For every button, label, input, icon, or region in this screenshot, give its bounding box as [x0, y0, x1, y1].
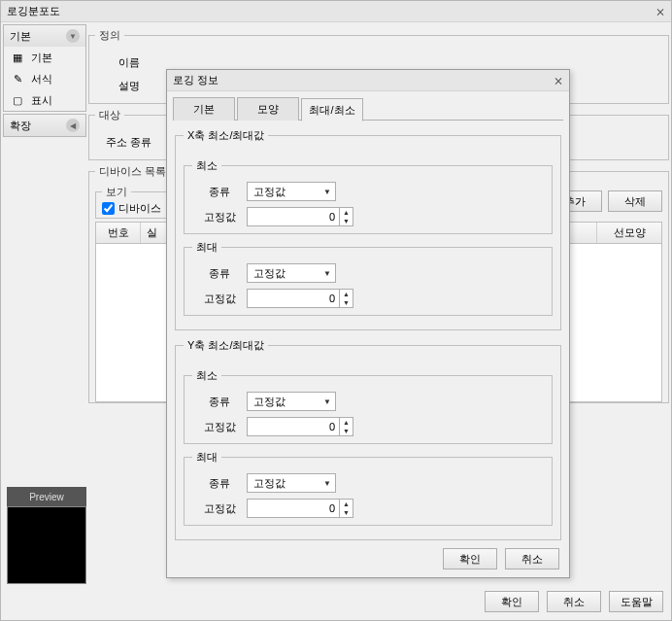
modal-ok-button[interactable]: 확인: [443, 548, 497, 569]
sidebar-header-basic[interactable]: 기본 ▼: [4, 25, 85, 47]
min-legend: 최소: [192, 368, 221, 383]
modal-button-bar: 확인 취소: [443, 548, 559, 569]
tab-minmax[interactable]: 최대/최소: [301, 98, 363, 121]
logging-info-dialog: 로깅 정보 ⨯ 기본 모양 최대/최소 X축 최소/최대값 최소 종류 고정값: [166, 69, 570, 578]
y-min-type-select[interactable]: 고정값 ▼: [247, 392, 336, 411]
sidebar-header-label: 확장: [10, 119, 31, 133]
x-min-group: 최소 종류 고정값 ▼ 고정값 0 ▲▼: [184, 158, 553, 234]
y-max-type-select[interactable]: 고정값 ▼: [247, 473, 336, 493]
sidebar-item-basic[interactable]: ▦ 기본: [4, 47, 85, 68]
x-axis-legend: X축 최소/최대값: [184, 128, 268, 143]
outer-window: 로깅분포도 ⨯ 기본 ▼ ▦ 기본 ✎ 서식: [0, 0, 672, 621]
name-label: 이름: [95, 55, 150, 70]
fixed-label: 고정값: [192, 210, 247, 224]
select-value: 고정값: [253, 266, 286, 281]
sidebar-item-label: 서식: [31, 72, 52, 86]
sidebar-header-label: 기본: [10, 29, 31, 44]
sidebar-item-display[interactable]: ▢ 표시: [4, 89, 85, 111]
col-style: 선모양: [597, 223, 661, 243]
window-title: 로깅분포도: [7, 4, 60, 18]
x-max-group: 최대 종류 고정값 ▼ 고정값 0 ▲▼: [184, 240, 553, 316]
up-arrow-icon[interactable]: ▲: [340, 500, 353, 508]
device-show-legend: 보기: [102, 185, 131, 199]
max-legend: 최대: [192, 450, 221, 465]
down-arrow-icon[interactable]: ▼: [340, 427, 353, 435]
help-button[interactable]: 도움말: [609, 591, 663, 612]
device-show-input[interactable]: [102, 202, 115, 215]
up-arrow-icon[interactable]: ▲: [340, 290, 353, 298]
preview-box: [7, 506, 86, 584]
chevron-down-icon: ▼: [323, 479, 331, 488]
col-no: 번호: [96, 223, 141, 243]
x-max-type-select[interactable]: 고정값 ▼: [247, 263, 336, 283]
device-show-checkbox[interactable]: 디바이스: [102, 201, 176, 216]
chevron-down-icon: ▼: [66, 29, 80, 43]
type-label: 종류: [192, 395, 247, 409]
tab-shape[interactable]: 모양: [237, 97, 299, 121]
modal-title: 로깅 정보: [173, 73, 218, 87]
display-icon: ▢: [10, 92, 25, 108]
preview-label: Preview: [7, 487, 86, 506]
y-min-group: 최소 종류 고정값 ▼ 고정값 0 ▲▼: [184, 368, 553, 444]
desc-label: 설명: [95, 79, 150, 93]
modal-tabs: 기본 모양 최대/최소: [173, 97, 563, 121]
close-icon[interactable]: ⨯: [554, 74, 563, 87]
cancel-button[interactable]: 취소: [547, 591, 601, 612]
tab-basic[interactable]: 기본: [173, 97, 235, 121]
chevron-down-icon: ▼: [323, 269, 331, 278]
select-value: 고정값: [253, 395, 286, 409]
spinner-value: 0: [248, 502, 339, 514]
ok-button[interactable]: 확인: [485, 591, 539, 612]
x-max-fixed-spinner[interactable]: 0 ▲▼: [247, 289, 353, 308]
type-label: 종류: [192, 476, 247, 491]
type-label: 종류: [192, 266, 247, 281]
sidebar: 기본 ▼ ▦ 기본 ✎ 서식 ▢ 표시: [3, 24, 86, 621]
up-arrow-icon[interactable]: ▲: [340, 418, 353, 427]
sidebar-item-label: 기본: [31, 51, 52, 65]
modal-cancel-button[interactable]: 취소: [505, 548, 559, 569]
x-axis-group: X축 최소/최대값 최소 종류 고정값 ▼ 고정값 0 ▲: [175, 128, 561, 330]
down-arrow-icon[interactable]: ▼: [340, 508, 353, 517]
fixed-label: 고정값: [192, 292, 247, 306]
grid-icon: ▦: [10, 50, 25, 65]
up-arrow-icon[interactable]: ▲: [340, 208, 353, 217]
down-arrow-icon[interactable]: ▼: [340, 217, 353, 225]
sidebar-item-label: 표시: [31, 93, 52, 108]
spinner-value: 0: [248, 211, 339, 223]
fixed-label: 고정값: [192, 501, 247, 516]
sidebar-section-basic: 기본 ▼ ▦ 기본 ✎ 서식 ▢ 표시: [3, 24, 86, 112]
target-legend: 대상: [95, 108, 124, 122]
close-icon[interactable]: ⨯: [655, 5, 665, 18]
spinner-value: 0: [248, 293, 339, 304]
modal-title-bar: 로깅 정보 ⨯: [167, 70, 569, 91]
document-icon: ✎: [10, 71, 25, 86]
select-value: 고정값: [253, 476, 286, 491]
device-show-label: 디바이스: [118, 201, 161, 216]
sidebar-item-format[interactable]: ✎ 서식: [4, 68, 85, 89]
definition-legend: 정의: [95, 28, 124, 43]
y-min-fixed-spinner[interactable]: 0 ▲▼: [247, 417, 353, 436]
x-min-fixed-spinner[interactable]: 0 ▲▼: [247, 207, 353, 226]
sidebar-section-extend: 확장 ◀: [3, 114, 86, 137]
fixed-label: 고정값: [192, 420, 247, 434]
address-type-label: 주소 종류: [95, 135, 161, 150]
x-min-type-select[interactable]: 고정값 ▼: [247, 182, 336, 201]
spinner-value: 0: [248, 421, 339, 432]
delete-button[interactable]: 삭제: [608, 190, 662, 212]
y-axis-group: Y축 최소/최대값 최소 종류 고정값 ▼ 고정값 0 ▲: [175, 338, 561, 540]
chevron-down-icon: ▼: [323, 397, 331, 406]
type-label: 종류: [192, 185, 247, 199]
min-legend: 최소: [192, 158, 221, 173]
device-list-legend: 디바이스 목록: [95, 164, 170, 179]
y-axis-legend: Y축 최소/최대값: [184, 338, 268, 353]
y-max-group: 최대 종류 고정값 ▼ 고정값 0 ▲▼: [184, 450, 553, 526]
chevron-left-icon: ◀: [66, 119, 80, 132]
sidebar-header-extend[interactable]: 확장 ◀: [4, 115, 85, 136]
outer-button-bar: 확인 취소 도움말: [485, 591, 663, 612]
window-title-bar: 로깅분포도 ⨯: [1, 1, 671, 22]
select-value: 고정값: [253, 185, 286, 199]
chevron-down-icon: ▼: [323, 188, 331, 196]
max-legend: 최대: [192, 240, 221, 255]
y-max-fixed-spinner[interactable]: 0 ▲▼: [247, 499, 353, 518]
down-arrow-icon[interactable]: ▼: [340, 298, 353, 307]
